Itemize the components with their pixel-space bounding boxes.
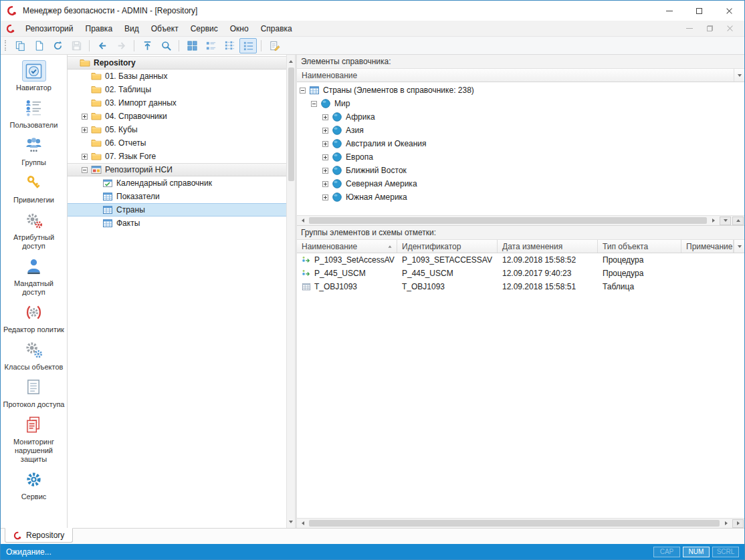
view-details-button[interactable] [239, 38, 257, 53]
sidebar-item-groups[interactable]: Группы [2, 135, 66, 167]
tree-item[interactable]: Репозиторий НСИ [68, 163, 286, 176]
element-item[interactable]: Африка [297, 110, 744, 124]
tree-item[interactable]: 01. Базы данных [68, 69, 286, 83]
column-header-4[interactable]: Примечание [681, 240, 734, 253]
menu-item-2[interactable]: Вид [118, 21, 145, 36]
tree-item[interactable]: 04. Справочники [68, 110, 286, 123]
expand-icon[interactable] [322, 181, 328, 187]
column-header-3[interactable]: Тип объекта [598, 240, 681, 253]
table-row[interactable]: P_445_USCM P_445_USCM 12.09.2017 9:40:23… [297, 267, 744, 280]
sidebar-item-service[interactable]: Сервис [2, 469, 66, 501]
panel-resize-button[interactable] [732, 519, 744, 528]
maximize-button[interactable] [684, 1, 714, 21]
expand-icon[interactable] [322, 194, 328, 200]
tree-item[interactable]: Repository [68, 56, 286, 69]
tree-vertical-scrollbar[interactable] [286, 55, 295, 528]
collapse-icon[interactable] [300, 88, 306, 94]
elements-column-header[interactable]: Наименование [297, 69, 744, 82]
column-header-1[interactable]: Идентификатор [397, 240, 498, 253]
menu-item-1[interactable]: Правка [80, 21, 119, 36]
sidebar-item-navigator[interactable]: Навигатор [2, 60, 66, 92]
scroll-down-button[interactable] [286, 517, 296, 527]
search-button[interactable] [157, 38, 175, 53]
splitter-collapse-button[interactable] [720, 217, 731, 225]
element-item[interactable]: Страны (Элементов в справочнике: 238) [297, 84, 744, 97]
menu-item-4[interactable]: Сервис [185, 21, 224, 36]
tree-item[interactable]: 05. Кубы [68, 123, 286, 136]
mdi-minimize-button[interactable] [684, 23, 695, 34]
element-item[interactable]: Южная Америка [297, 190, 744, 204]
tree-item[interactable]: Календарный справочник [68, 176, 286, 190]
collapse-icon[interactable] [82, 167, 88, 173]
dictionary-elements-panel: Элементы справочника: Наименование Стран… [297, 55, 744, 226]
groups-horizontal-scrollbar[interactable] [297, 518, 744, 528]
expand-icon[interactable] [82, 154, 88, 160]
tab-repository[interactable]: Repository [5, 528, 73, 543]
splitter-expand-button[interactable] [732, 217, 744, 225]
menu-item-6[interactable]: Справка [255, 21, 298, 36]
close-button[interactable] [714, 1, 744, 21]
tree-item[interactable]: 06. Отчеты [68, 136, 286, 150]
element-item[interactable]: Европа [297, 150, 744, 164]
table-row[interactable]: P_1093_SetAccessAV P_1093_SETACCESSAV 12… [297, 253, 744, 267]
column-header-0[interactable]: Наименование [297, 240, 397, 253]
sidebar-item-policy-editor[interactable]: Редактор политик [2, 302, 66, 334]
back-button[interactable] [94, 38, 111, 53]
expand-icon[interactable] [322, 141, 328, 147]
elements-horizontal-scrollbar[interactable] [297, 215, 744, 225]
scroll-left-button[interactable] [298, 216, 308, 226]
scroll-up-button[interactable] [286, 56, 296, 66]
tree-item[interactable]: 07. Язык Fore [68, 150, 286, 163]
tree-item[interactable]: 02. Таблицы [68, 83, 286, 96]
filter-dropdown-button[interactable] [734, 240, 744, 253]
sidebar-item-privileges[interactable]: Привилегии [2, 172, 66, 204]
sidebar-item-object-classes[interactable]: Классы объектов [2, 339, 66, 372]
element-item[interactable]: Ближний Восток [297, 164, 744, 177]
scroll-right-button[interactable] [708, 216, 718, 226]
collapse-icon[interactable] [311, 101, 317, 107]
up-level-button[interactable] [138, 38, 156, 53]
element-item[interactable]: Северная Америка [297, 177, 744, 190]
menu-item-0[interactable]: Репозиторий [19, 21, 80, 36]
copy-button[interactable] [11, 38, 29, 53]
expand-icon[interactable] [322, 114, 328, 120]
view-small-button[interactable] [202, 38, 219, 53]
filter-dropdown-button[interactable] [734, 69, 744, 82]
mdi-close-button[interactable] [724, 23, 735, 34]
view-list-button[interactable] [221, 38, 238, 53]
tree-item[interactable]: Страны [68, 203, 286, 217]
toolbar-drag-handle[interactable] [5, 40, 7, 51]
minimize-button[interactable] [654, 1, 684, 21]
new-page-button[interactable] [30, 38, 47, 53]
expand-icon[interactable] [82, 127, 88, 133]
globe-icon [332, 165, 342, 176]
expand-icon[interactable] [82, 114, 88, 120]
sidebar-item-access-protocol[interactable]: Протокол доступа [2, 377, 66, 409]
scroll-left-button[interactable] [298, 519, 308, 529]
expand-icon[interactable] [322, 154, 328, 160]
table-row[interactable]: T_OBJ1093 T_OBJ1093 12.09.2018 15:58:51 … [297, 280, 744, 293]
properties-button[interactable] [265, 38, 283, 53]
element-item[interactable]: Австралия и Океания [297, 137, 744, 150]
expand-icon[interactable] [322, 128, 328, 134]
column-header-2[interactable]: Дата изменения [498, 240, 598, 253]
tree-item[interactable]: Показатели [68, 190, 286, 203]
expand-icon[interactable] [322, 168, 328, 174]
menu-item-3[interactable]: Объект [145, 21, 185, 36]
element-item[interactable]: Мир [297, 97, 744, 110]
element-item[interactable]: Азия [297, 124, 744, 137]
view-large-button[interactable] [183, 38, 201, 53]
sidebar-item-users[interactable]: Пользователи [2, 98, 66, 130]
tree-item[interactable]: Факты [68, 217, 286, 230]
sidebar-item-monitoring[interactable]: Мониторинг нарушений защиты [2, 414, 66, 464]
scrollbar-thumb[interactable] [288, 67, 294, 181]
tree-item[interactable]: 03. Импорт данных [68, 96, 286, 110]
menu-item-5[interactable]: Окно [224, 21, 255, 36]
scroll-right-button[interactable] [721, 519, 731, 529]
scrollbar-thumb[interactable] [309, 520, 720, 527]
refresh-button[interactable] [49, 38, 66, 53]
scrollbar-thumb[interactable] [309, 217, 707, 224]
sidebar-item-mandatory-access[interactable]: Мандатный доступ [2, 256, 66, 297]
mdi-restore-button[interactable] [704, 23, 715, 34]
sidebar-item-attribute-access[interactable]: Атрибутный доступ [2, 210, 66, 251]
